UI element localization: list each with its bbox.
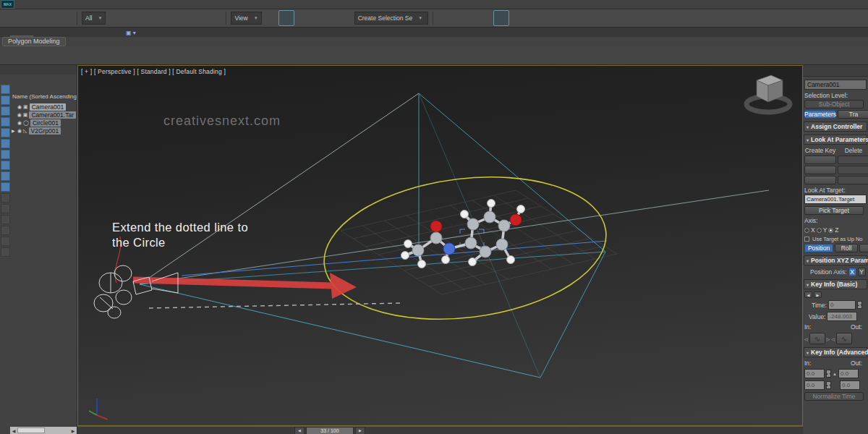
delete-key-roll-button[interactable] — [838, 166, 868, 174]
assign-controller-rollout[interactable]: ▾Assign Controller — [804, 122, 867, 132]
rect-selection-region-icon[interactable] — [137, 11, 151, 25]
filter-frozen[interactable] — [1, 204, 10, 213]
position-axis-x-button[interactable]: X — [848, 268, 856, 276]
current-frame-label[interactable]: 33 / 100 — [306, 427, 354, 434]
row-circle001[interactable]: ◉ ◯ Circle001 — [12, 119, 76, 127]
lock-tangent-icon[interactable]: ▲ — [833, 372, 837, 376]
reference-coordsys-dropdown[interactable]: View▼ — [231, 12, 261, 25]
perspective-viewport[interactable]: [ + ] [ Perspective ] [ Standard ] [ Def… — [77, 65, 803, 426]
next-frame-icon[interactable]: ▶ — [355, 427, 365, 434]
out-tangent-button[interactable]: ∿ — [836, 333, 852, 344]
select-by-name-icon[interactable] — [122, 11, 137, 25]
render-iterative-icon[interactable] — [596, 11, 610, 25]
scroll-thumb[interactable] — [17, 427, 45, 433]
row-camera001[interactable]: ◉ ▣ Camera001 — [12, 103, 76, 111]
select-and-scale-icon[interactable] — [195, 11, 209, 25]
particles-icon[interactable] — [210, 48, 226, 64]
value-field[interactable]: -248.003 — [827, 312, 857, 321]
select-and-rotate-icon[interactable] — [180, 11, 195, 25]
explorer-sort-header[interactable]: Name (Sorted Ascending) — [12, 93, 77, 100]
viewcube[interactable] — [741, 70, 795, 118]
adv-in-field-2[interactable]: 0.0 — [804, 380, 825, 390]
up-node-checkbox[interactable] — [804, 237, 809, 242]
filter-cameras[interactable] — [1, 128, 10, 137]
time-spinner[interactable]: ▲▼ — [857, 301, 862, 309]
select-and-link-icon[interactable] — [31, 11, 46, 25]
spinner-snap-icon[interactable] — [323, 11, 338, 25]
connector-icon[interactable] — [83, 48, 99, 64]
adv-in-field-1[interactable]: 0.0 — [804, 369, 825, 378]
parameters-button[interactable]: Parameters — [804, 110, 836, 119]
material-editor-icon[interactable] — [538, 11, 553, 25]
time-field[interactable]: 0 — [828, 300, 856, 310]
camera001-wireframe[interactable] — [94, 265, 178, 318]
key-info-basic-rollout[interactable]: ▾Key Info (Basic) — [804, 279, 867, 289]
filter-funnel[interactable] — [1, 226, 10, 235]
polygon-modeling-panel[interactable]: Polygon Modeling — [2, 37, 66, 46]
adv-spin-1[interactable]: ▲▼ — [826, 370, 831, 378]
ribbon-show-panels-dropdown[interactable]: ▣ ▾ — [126, 30, 136, 37]
create-key-scale-button[interactable] — [804, 176, 836, 184]
use-pivot-center-icon[interactable] — [264, 11, 278, 25]
mirror-icon[interactable] — [435, 11, 450, 25]
light-icon[interactable] — [51, 48, 67, 64]
help-icon[interactable] — [370, 48, 386, 64]
axis-y-radio[interactable]: Y — [817, 226, 827, 234]
scroll-left-icon[interactable]: ◀ — [10, 428, 17, 433]
percent-snap-icon[interactable] — [309, 11, 323, 25]
row-v2grp001[interactable]: ▶ ◉ ◺ V2Grp001 — [12, 127, 76, 135]
visibility-eye-icon[interactable]: ◉ — [17, 128, 22, 134]
create-key-roll-button[interactable] — [804, 166, 836, 174]
schematic-view-icon[interactable] — [524, 11, 538, 25]
min-sphere-icon[interactable] — [20, 48, 35, 64]
key-info-advanced-rollout[interactable]: ▾Key Info (Advanced) — [804, 347, 867, 357]
roll-mode-button[interactable]: Roll — [835, 244, 858, 252]
box-primitive-icon[interactable] — [99, 48, 115, 64]
pick-target-button[interactable]: Pick Target — [804, 206, 864, 215]
adv-out-field-1[interactable]: 0.0 — [838, 369, 859, 378]
shaded-sphere-icon[interactable] — [290, 48, 306, 64]
container-icon[interactable] — [354, 48, 370, 64]
row-camera001-target[interactable]: ◉ ▣ Camera001.Tar — [12, 111, 76, 119]
filter-saved[interactable] — [1, 247, 10, 257]
scroll-right-icon[interactable]: ▶ — [69, 428, 77, 433]
adv-out-field-2[interactable]: 0.0 — [840, 380, 860, 390]
filter-helpers[interactable] — [1, 139, 10, 148]
delete-key-position-button[interactable] — [838, 156, 868, 164]
max-logo[interactable]: MAX — [1, 0, 14, 9]
visibility-eye-icon[interactable]: ◉ — [17, 112, 22, 118]
undo-icon[interactable] — [2, 11, 17, 25]
image-icon[interactable] — [35, 48, 51, 64]
selection-filter-dropdown[interactable]: All▼ — [82, 12, 106, 25]
position-axis-y-button[interactable]: Y — [858, 268, 866, 276]
object-name-field[interactable]: Camera001 — [804, 80, 867, 90]
axis-x-radio[interactable]: X — [804, 226, 815, 234]
out-tangent-prev-icon[interactable]: ◁ — [831, 336, 835, 341]
circle001-shape[interactable] — [316, 162, 614, 334]
curve-editor-icon[interactable] — [509, 11, 524, 25]
create-key-position-button[interactable] — [804, 156, 836, 164]
camera-anim-icon[interactable] — [67, 48, 83, 64]
dome-primitive-icon[interactable] — [115, 48, 131, 64]
layer-manager-icon[interactable] — [464, 11, 479, 25]
in-tangent-prev-icon[interactable]: ◁ — [804, 336, 808, 341]
ribbon-toggle-icon[interactable] — [493, 10, 509, 26]
snaps-toggle-icon[interactable] — [278, 10, 294, 26]
prev-frame-icon[interactable]: ◀ — [294, 427, 305, 434]
filter-shapes[interactable] — [1, 106, 10, 116]
named-selection-set-combo[interactable]: Create Selection Se▼ — [354, 12, 428, 25]
torus-primitive-icon[interactable] — [147, 48, 163, 64]
prev-key-button[interactable]: ◀ — [804, 292, 812, 298]
visibility-eye-icon[interactable]: ◉ — [17, 104, 22, 110]
in-tangent-next-icon[interactable]: ▷ — [827, 336, 830, 341]
scale-mode-button[interactable] — [859, 244, 868, 252]
explorer-hscrollbar[interactable]: ◀ ▶ — [10, 427, 77, 434]
scene-explorer-toggle-icon[interactable] — [479, 11, 493, 25]
time-slider[interactable]: ◀ 33 / 100 ▶ — [294, 427, 365, 434]
sphere-primitive-icon[interactable] — [131, 48, 147, 64]
bind-to-space-warp-icon[interactable] — [60, 11, 75, 25]
visibility-eye-icon[interactable]: ◉ — [17, 120, 22, 126]
slate-editor-icon[interactable] — [322, 48, 338, 64]
named-selection-sets-icon[interactable] — [338, 11, 352, 25]
trajectories-button[interactable]: Tra — [838, 110, 868, 119]
